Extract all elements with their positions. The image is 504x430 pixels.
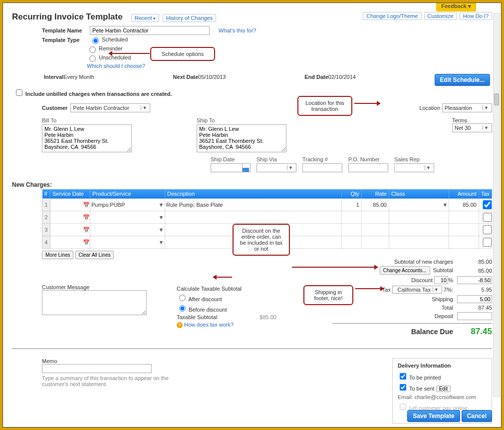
bill-to-textarea[interactable]: Mr. Glenn L Lew Pete Harbin 36521 East T… (42, 124, 132, 152)
type-unscheduled[interactable]: Unscheduled (87, 54, 131, 62)
ship-date-label: Ship Date (211, 156, 251, 162)
template-name-input[interactable] (90, 26, 210, 35)
ship-via-label: Ship Via (256, 156, 296, 162)
balance-due-value: 87.45 (457, 327, 492, 337)
table-row[interactable]: 2📅▼ (42, 211, 492, 224)
tracking-label: Tracking # (302, 156, 342, 162)
clear-lines-button[interactable]: Clear All Lines (75, 251, 114, 259)
tax-select[interactable]: California Tax▼ (392, 286, 442, 294)
deposit-input[interactable] (457, 312, 492, 320)
new-charges-title: New Charges: (12, 181, 492, 188)
next-date-block: Next Date05/10/2013 (173, 74, 226, 86)
tax-checkbox[interactable] (481, 200, 494, 209)
po-label: P.O. Number (348, 156, 388, 162)
sub-new-value: 85.00 (457, 259, 492, 265)
howdoi-link[interactable]: How Do I? (460, 12, 492, 20)
scrollbar[interactable] (493, 13, 500, 397)
callout-discount: Discount on the entire order, can be inc… (233, 224, 290, 256)
salesrep-label: Sales Rep (394, 156, 434, 162)
interval-block: IntervalEvery Month (44, 74, 94, 86)
history-link[interactable]: History of Changes (163, 14, 217, 22)
sub-new-label: Subtotal of new charges (332, 259, 457, 265)
page-title: Recurring Invoice Template (12, 12, 123, 22)
terms-label: Terms (452, 117, 492, 123)
save-template-button[interactable]: Save Template (407, 410, 460, 422)
scrollbar-thumb[interactable] (494, 93, 499, 105)
salesrep-select[interactable]: ▼ (394, 163, 434, 172)
table-row[interactable]: 1 📅 Pumps:PUBP▼ Rule Pump; Base Plate 1 … (42, 199, 492, 211)
discount-value[interactable] (457, 276, 492, 284)
memo-label: Memo (42, 358, 192, 364)
which-should-link[interactable]: Which should I choose? (87, 63, 145, 69)
recent-link[interactable]: Recent▾ (131, 14, 159, 22)
customer-select[interactable]: Pete Harbin Contractor▼ (70, 103, 150, 112)
edit-schedule-button[interactable]: Edit Schedule... (435, 74, 490, 86)
chevron-down-icon[interactable]: ▼ (158, 202, 165, 208)
callout-schedule: Schedule options (150, 47, 215, 61)
memo-input[interactable] (42, 364, 152, 373)
subtotal-value: 85.00 (457, 268, 492, 274)
before-discount-radio[interactable]: Before discount (177, 307, 227, 313)
help-icon: ? (177, 322, 183, 328)
to-be-sent-checkbox[interactable]: To be sent Edit (398, 383, 487, 392)
po-input[interactable] (348, 163, 388, 172)
after-discount-radio[interactable]: After discount (177, 296, 222, 302)
change-logo-link[interactable]: Change Logo/Theme (363, 12, 421, 20)
ship-date-input[interactable] (211, 163, 251, 172)
tracking-input[interactable] (302, 163, 342, 172)
include-unbilled-checkbox[interactable]: Include unbilled charges when transactio… (14, 91, 172, 97)
more-lines-button[interactable]: More Lines (42, 251, 73, 259)
edit-delivery-button[interactable]: Edit (436, 386, 451, 392)
customer-label: Customer (42, 105, 67, 111)
template-name-label: Template Name (42, 27, 87, 33)
balance-due-label: Balance Due (332, 328, 457, 336)
ship-to-label: Ship To (197, 117, 286, 123)
customer-message-textarea[interactable] (42, 290, 147, 315)
shipping-input[interactable] (457, 295, 492, 303)
feedback-tab[interactable]: Feedback ▾ (436, 2, 476, 11)
end-date-block: End Date02/10/2014 (304, 74, 356, 86)
calendar-icon[interactable] (242, 164, 249, 172)
type-reminder[interactable]: Reminder (87, 45, 123, 53)
how-tax-link[interactable]: How does tax work? (184, 322, 234, 328)
callout-shipping: Shipping in footer, nice! (303, 285, 353, 305)
taxable-subtotal-value: $85.00 (259, 314, 276, 320)
location-label: Location (419, 105, 440, 111)
ship-via-select[interactable]: ▼ (256, 163, 296, 172)
template-type-label: Template Type (42, 37, 87, 43)
calc-title: Calculate Taxable Subtotal (177, 286, 276, 292)
callout-location: Location for this transaction (297, 96, 352, 116)
to-be-printed-checkbox[interactable]: To be printed (398, 372, 487, 381)
ship-to-textarea[interactable]: Mr. Glenn L Lew Pete Harbin 36521 East T… (197, 124, 286, 152)
discount-pct-input[interactable] (434, 276, 448, 284)
cancel-button[interactable]: Cancel (462, 410, 492, 422)
terms-select[interactable]: Net 30▼ (452, 123, 492, 132)
customize-link[interactable]: Customize (424, 12, 457, 20)
memo-hint: Type a summary of this transaction to ap… (42, 375, 172, 387)
chevron-down-icon[interactable]: ▼ (442, 202, 449, 208)
tax-value: 5.95 (457, 287, 492, 293)
customer-message-label: Customer Message (42, 284, 157, 290)
location-select[interactable]: Pleasanton▼ (442, 103, 492, 112)
change-accounts-button[interactable]: Change Accounts... (380, 266, 430, 275)
bill-to-label: Bill To (42, 117, 132, 123)
taxable-subtotal-label: Taxable Subtotal (177, 314, 217, 320)
whats-this-link[interactable]: What's this for? (219, 27, 256, 33)
calendar-icon[interactable]: 📅 (83, 202, 90, 208)
type-scheduled[interactable]: Scheduled (90, 36, 128, 44)
total-value: 87.45 (457, 305, 492, 311)
